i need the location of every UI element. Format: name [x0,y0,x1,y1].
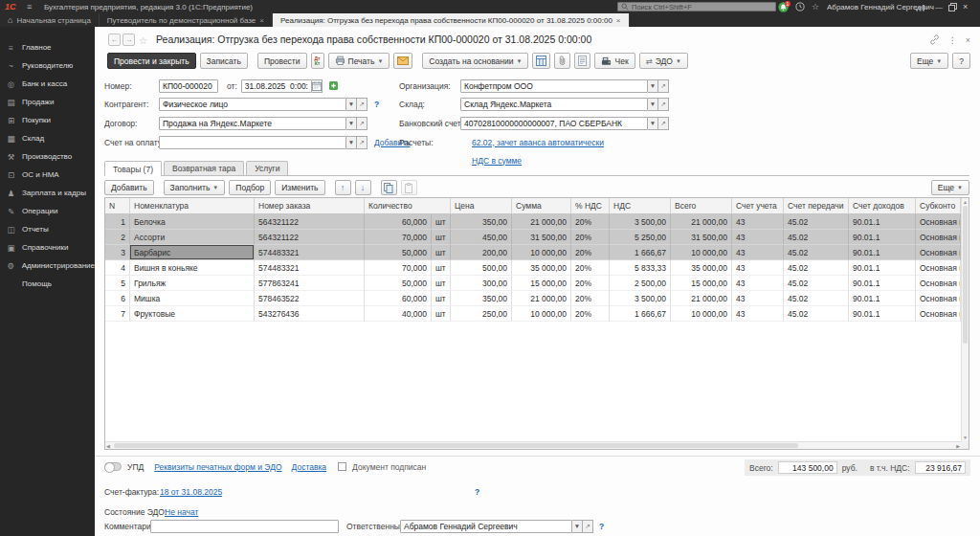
sidebar-item-11[interactable]: ◫Отчеты [0,220,95,238]
add-favorite-icon[interactable]: ☆ [139,35,147,46]
more-button[interactable]: Еще▼ [910,53,948,69]
table-cell[interactable]: Основная н [916,230,961,245]
post-button[interactable]: Провести [257,53,307,69]
table-cell[interactable]: 3 [105,245,130,260]
table-cell[interactable]: 10 000,00 [512,306,571,322]
table-cell[interactable]: 45.02 [784,291,849,306]
get-link-icon[interactable] [929,34,940,45]
dropdown-icon[interactable]: ▼ [346,136,357,149]
table-cell[interactable]: 300,00 [451,276,512,291]
table-cell[interactable]: шт [432,306,451,322]
table-cell[interactable]: 35 000,00 [512,260,571,276]
table-cell[interactable]: 578463522 [255,291,365,306]
counterparty-help-icon[interactable]: ? [374,100,379,109]
table-cell[interactable]: 90.01.1 [849,306,916,322]
table-cell[interactable]: 1 666,67 [610,245,671,260]
table-cell[interactable]: 43 [732,306,784,322]
save-button[interactable]: Записать [200,53,248,69]
table-cell[interactable]: 21 000,00 [512,291,571,306]
table-cell[interactable]: 200,00 [451,245,512,260]
table-cell[interactable]: 20% [571,260,610,276]
table-cell[interactable]: 20% [571,291,610,306]
dropdown-icon[interactable]: ▼ [648,117,658,130]
table-cell[interactable]: 31 500,00 [671,230,732,245]
open-icon[interactable]: ↗ [658,79,669,93]
reports-button[interactable] [532,53,550,69]
table-cell[interactable]: Основная н [916,245,961,260]
close-tab-icon[interactable]: × [259,16,264,25]
sidebar-item-2[interactable]: ~Руководителю [0,56,95,75]
back-button[interactable]: ← [108,34,121,46]
table-cell[interactable]: 45.02 [784,214,849,230]
table-cell[interactable]: 60,000 [365,214,432,230]
check-button[interactable]: Чек [594,53,635,69]
sidebar-item-8[interactable]: ⊡ОС и НМА [0,166,95,184]
table-cell[interactable]: 43 [732,260,784,276]
table-cell[interactable]: 43 [732,291,784,306]
warehouse-field[interactable] [460,98,648,111]
close-tab-icon[interactable]: × [616,16,621,25]
table-cell[interactable]: 21 000,00 [512,214,571,230]
table-cell[interactable]: 90.01.1 [849,260,916,276]
table-cell[interactable]: шт [432,214,451,230]
table-cell[interactable]: 50,000 [365,276,432,291]
table-cell[interactable]: 21 000,00 [671,214,732,230]
sidebar-item-9[interactable]: ♟Зарплата и кадры [0,184,95,202]
forward-button[interactable]: → [122,34,135,46]
sidebar-item-10[interactable]: ✎Операции [0,202,95,220]
column-header[interactable]: НДС [610,198,671,214]
minimize-button[interactable]: — [935,0,943,13]
table-cell[interactable]: 6 [105,291,130,306]
table-cell[interactable]: 15 000,00 [671,276,732,291]
table-cell[interactable]: 20% [571,214,610,230]
main-menu-icon[interactable]: ≡ [27,0,32,13]
table-cell[interactable]: шт [432,230,451,245]
table-cell[interactable]: Основная н [916,276,961,291]
table-cell[interactable]: Основная н [916,306,961,322]
table-cell[interactable]: 350,00 [451,291,512,306]
edo-state-link[interactable]: Не начат [165,507,198,517]
table-cell[interactable]: Ассорти [130,230,255,245]
scroll-left-icon[interactable]: ◀ [106,442,110,450]
tab-home[interactable]: ⌂ Начальная страница [0,13,100,27]
sidebar-item-1[interactable]: ≡Главное [0,38,95,56]
number-field[interactable] [159,79,218,93]
close-window-button[interactable]: × [963,0,968,13]
open-icon[interactable]: ↗ [357,98,368,111]
column-header[interactable]: Счет учета [732,198,784,214]
table-cell[interactable]: Барбарис [130,245,255,260]
table-cell[interactable]: Мишка [130,291,255,306]
table-cell[interactable]: 70,000 [365,260,432,276]
invoice-help-icon[interactable]: ? [475,487,479,497]
sidebar-item-7[interactable]: ⚒Производство [0,147,95,166]
dropdown-icon[interactable]: ▼ [648,79,658,93]
table-cell[interactable]: 10 000,00 [671,245,732,260]
table-cell[interactable]: Основная н [916,291,961,306]
column-header[interactable]: Сумма [512,198,571,214]
scroll-right-icon[interactable]: ▶ [956,442,960,450]
notifications-icon[interactable]: 1 [778,0,789,13]
invoice-link[interactable]: 18 от 31.08.2025 [160,487,222,497]
tab-returnable-packaging[interactable]: Возвратная тара [164,161,244,175]
payment-invoice-field[interactable] [159,136,346,149]
table-cell[interactable]: шт [432,276,451,291]
scroll-down-icon[interactable]: ▼ [963,434,968,441]
table-cell[interactable]: 10 000,00 [512,245,571,260]
sidebar-item-4[interactable]: ▤Продажи [0,93,95,111]
open-icon[interactable]: ↗ [583,520,593,533]
upd-toggle[interactable] [104,462,122,471]
table-cell[interactable]: 31 500,00 [512,230,571,245]
history-icon[interactable] [795,0,805,13]
responsible-field[interactable] [400,520,572,533]
close-form-icon[interactable]: × [966,35,970,45]
organization-field[interactable] [460,79,648,93]
table-cell[interactable]: Основная н [916,260,961,276]
column-header[interactable]: Номенклатура [130,198,255,214]
table-cell[interactable]: 5 [105,276,130,291]
print-button[interactable]: Печать▼ [328,53,390,69]
column-header[interactable]: N [105,198,130,214]
send-email-button[interactable] [393,53,412,69]
tab-goods[interactable]: Товары (7) [104,161,162,176]
column-header[interactable]: Цена [451,198,512,214]
print-form-requisites-link[interactable]: Реквизиты печатных форм и ЭДО [154,462,281,472]
